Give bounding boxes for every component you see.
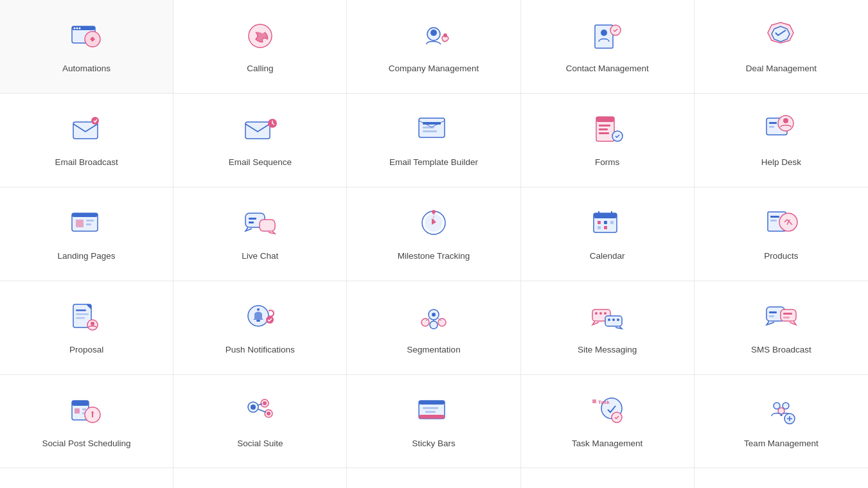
feature-item-email-broadcast[interactable]: Email Broadcast [0,94,173,187]
calling-label: Calling [247,63,273,75]
help-desk-icon [759,112,804,150]
feature-item-help-desk[interactable]: Help Desk [695,94,868,187]
social-suite-icon [238,393,283,431]
svg-rect-88 [769,311,777,313]
svg-rect-48 [594,213,617,218]
feature-item-proposal[interactable]: Proposal [0,281,173,375]
landing-pages-icon [64,205,109,244]
milestone-tracking-icon [411,205,456,244]
svg-rect-15 [73,122,98,139]
social-suite-label: Social Suite [237,438,283,450]
feature-item-custom-reporting[interactable]: Custom Reporting [521,468,695,488]
svg-point-5 [78,27,80,29]
svg-point-8 [430,30,437,36]
svg-rect-95 [82,408,86,410]
feature-item-ab-landing-pages[interactable]: A B A/B Landing Pages [347,468,520,488]
svg-rect-59 [770,220,777,222]
svg-rect-87 [781,309,796,321]
push-notifications-icon [238,299,283,338]
feature-item-automations[interactable]: Automations [0,0,173,94]
svg-rect-55 [604,226,607,229]
feature-item-web-analytics[interactable]: Web Analytics [173,468,347,488]
svg-rect-51 [598,221,601,224]
svg-point-4 [76,27,78,29]
svg-rect-35 [72,213,98,217]
feature-item-milestone-tracking[interactable]: Milestone Tracking [347,187,520,281]
svg-rect-32 [769,122,777,124]
svg-rect-42 [249,222,254,223]
site-messaging-icon [585,299,630,338]
products-icon [759,205,804,244]
calling-icon [238,18,283,57]
feature-item-social-suite[interactable]: Social Suite [173,375,347,469]
feature-item-calling[interactable]: Calling [173,0,347,94]
email-template-builder-label: Email Template Builder [389,157,478,169]
svg-point-31 [783,118,788,123]
svg-rect-94 [75,408,80,414]
feature-item-sticky-bars[interactable]: Sticky Bars [347,375,520,469]
svg-rect-17 [245,122,270,139]
svg-point-85 [617,318,619,321]
feature-item-video-templates[interactable]: Video Templates [0,468,173,488]
calendar-label: Calendar [590,250,625,263]
products-label: Products [764,250,798,263]
svg-rect-54 [598,226,601,229]
live-chat-icon [238,205,283,244]
svg-point-16 [91,117,99,125]
feature-item-social-post-scheduling[interactable]: Social Post Scheduling [0,375,173,469]
svg-rect-37 [86,220,94,222]
svg-rect-22 [423,130,437,132]
live-chat-label: Live Chat [242,250,278,263]
forms-label: Forms [595,157,619,169]
feature-item-live-chat[interactable]: Live Chat [173,187,347,281]
email-sequence-label: Email Sequence [229,157,292,169]
feature-item-workflows[interactable]: Workflows [695,468,868,488]
feature-item-contact-management[interactable]: Contact Management [521,0,695,94]
svg-rect-58 [770,216,779,218]
svg-rect-63 [76,317,85,319]
feature-item-email-template-builder[interactable]: Email Template Builder [347,94,520,187]
feature-item-forms[interactable]: Forms [521,94,695,187]
svg-rect-90 [783,313,792,315]
social-post-scheduling-icon [64,393,109,431]
contact-management-icon [585,18,630,57]
feature-item-calendar[interactable]: Calendar [521,187,695,281]
feature-item-company-management[interactable]: Company Management [347,0,520,94]
svg-point-84 [612,318,615,321]
feature-item-sms-broadcast[interactable]: SMS Broadcast [695,281,868,375]
svg-point-73 [438,318,446,326]
svg-rect-91 [783,317,790,318]
feature-item-email-sequence[interactable]: Email Sequence [173,94,347,187]
svg-point-68 [257,308,260,311]
feature-item-task-management[interactable]: Task Task Management [521,375,695,469]
feature-item-segmentation[interactable]: Segmentation [347,281,520,375]
feature-item-team-management[interactable]: Team Management [695,375,868,469]
svg-rect-67 [256,320,260,322]
calendar-icon [585,205,630,244]
segmentation-label: Segmentation [407,344,460,356]
feature-item-site-messaging[interactable]: Site Messaging [521,281,695,375]
svg-rect-41 [249,218,256,220]
svg-rect-38 [86,223,91,225]
svg-point-11 [601,30,607,36]
svg-point-80 [599,312,602,315]
help-desk-label: Help Desk [761,157,801,169]
feature-item-push-notifications[interactable]: Push Notifications [173,281,347,375]
company-management-label: Company Management [389,63,479,75]
proposal-icon [64,299,109,338]
svg-rect-62 [76,313,89,315]
task-management-icon: Task [585,393,630,431]
sticky-bars-icon [411,393,456,431]
feature-item-landing-pages[interactable]: Landing Pages [0,187,173,281]
site-messaging-label: Site Messaging [578,344,637,356]
feature-item-products[interactable]: Products [695,187,868,281]
svg-point-104 [251,405,256,410]
feature-item-deal-management[interactable]: Deal Management [695,0,868,94]
svg-point-81 [604,312,607,315]
svg-rect-25 [599,125,610,126]
svg-point-71 [421,318,429,326]
team-management-label: Team Management [744,438,819,450]
svg-rect-52 [604,221,607,224]
forms-icon [585,112,630,150]
svg-rect-89 [769,315,774,317]
